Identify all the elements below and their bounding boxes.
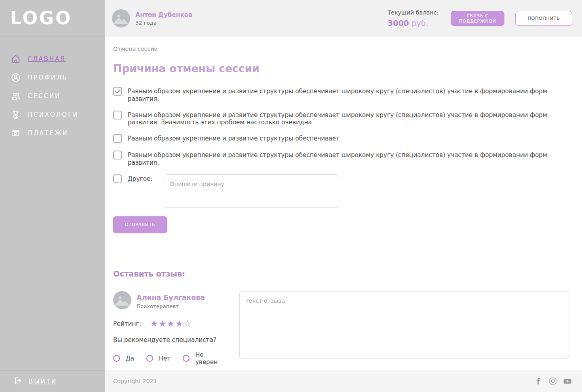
review-body: Алина Булгакова Психотерапевт Рейтинг: ★… bbox=[113, 291, 569, 366]
cancel-reason-label: Равным образом укрепление и развитие стр… bbox=[128, 87, 550, 103]
radio-label: Нет bbox=[159, 355, 171, 362]
logout-icon bbox=[12, 375, 23, 388]
star-icon[interactable]: ★ bbox=[158, 319, 167, 328]
star-icon[interactable]: ★ bbox=[150, 319, 158, 328]
cancel-reason-option: Равным образом укрепление и развитие стр… bbox=[113, 87, 569, 103]
specialist-name: Алина Булгакова bbox=[137, 293, 205, 302]
cancel-reason-option: Равным образом укрепление и развитие стр… bbox=[113, 134, 569, 143]
user-name: Антон Дубенков bbox=[135, 11, 192, 19]
logout-button[interactable]: ВЫЙТИ bbox=[0, 371, 105, 392]
page-title: Причина отмены сессии bbox=[113, 63, 569, 75]
checkbox-unchecked[interactable] bbox=[113, 134, 122, 143]
app-logo: LOGO bbox=[10, 8, 72, 28]
balance-currency: руб. bbox=[411, 19, 428, 27]
sidebar: LOGO ГЛАВНАЯПРОФИЛЬСЕССИИПСИХОЛОГИПЛАТЕЖ… bbox=[0, 0, 105, 392]
user-avatar bbox=[112, 9, 130, 27]
sessions-icon bbox=[11, 91, 21, 101]
teddy-bear-icon bbox=[11, 109, 21, 120]
star-icon[interactable]: ★ bbox=[175, 319, 183, 328]
rating-stars[interactable]: ★★★★☆ bbox=[150, 319, 192, 328]
copyright-text: Copyright 2021 bbox=[113, 378, 157, 384]
sidebar-item-label: ГЛАВНАЯ bbox=[28, 55, 66, 63]
sidebar-item-главная[interactable]: ГЛАВНАЯ bbox=[0, 50, 105, 68]
sidebar-item-label: СЕССИИ bbox=[28, 92, 61, 100]
star-icon[interactable]: ☆ bbox=[183, 319, 192, 328]
radio-button[interactable] bbox=[113, 355, 120, 362]
instagram-icon[interactable] bbox=[548, 376, 558, 386]
user-age: 32 года bbox=[135, 20, 192, 26]
radio-label: Да bbox=[126, 355, 134, 362]
specialist-card: Алина Булгакова Психотерапевт bbox=[113, 291, 229, 309]
profile-icon bbox=[11, 72, 21, 83]
rating-label: Рейтинг: bbox=[113, 320, 141, 327]
cancel-reason-options: Равным образом укрепление и развитие стр… bbox=[113, 87, 569, 167]
header: Антон Дубенков 32 года Текущий баланс: 3… bbox=[105, 0, 582, 37]
cancel-reason-option: Равным образом укрепление и развитие стр… bbox=[113, 111, 569, 127]
checkbox-unchecked[interactable] bbox=[113, 111, 122, 119]
content-column: Антон Дубенков 32 года Текущий баланс: 3… bbox=[105, 0, 582, 392]
cancel-reason-label: Равным образом укрепление и развитие стр… bbox=[128, 111, 550, 127]
sidebar-item-профиль[interactable]: ПРОФИЛЬ bbox=[0, 68, 105, 87]
radio-button[interactable] bbox=[183, 355, 190, 362]
social-links bbox=[534, 376, 572, 386]
other-reason-input[interactable] bbox=[164, 174, 339, 208]
specialist-role: Психотерапевт bbox=[137, 303, 205, 309]
recommend-options: ДаНетНе уверен bbox=[113, 351, 229, 366]
recommend-option[interactable]: Не уверен bbox=[183, 351, 218, 366]
balance-label: Текущий баланс: bbox=[388, 9, 439, 16]
specialist-avatar bbox=[113, 291, 131, 309]
radio-label: Не уверен bbox=[195, 351, 218, 366]
cancel-reason-label: Равным образом укрепление и развитие стр… bbox=[128, 134, 340, 143]
cancel-reason-option: Равным образом укрепление и развитие стр… bbox=[113, 151, 569, 167]
user-info: Антон Дубенков 32 года bbox=[135, 11, 192, 26]
star-icon[interactable]: ★ bbox=[167, 319, 175, 328]
sidebar-item-психологи[interactable]: ПСИХОЛОГИ bbox=[0, 105, 105, 124]
other-reason-row: Другое: bbox=[113, 174, 569, 208]
logout-label: ВЫЙТИ bbox=[29, 378, 57, 385]
cancel-reason-label: Равным образом укрепление и развитие стр… bbox=[128, 151, 550, 167]
sidebar-item-сессии[interactable]: СЕССИИ bbox=[0, 87, 105, 105]
sidebar-item-label: ПЛАТЕЖИ bbox=[28, 130, 68, 137]
sidebar-item-платежи[interactable]: ПЛАТЕЖИ bbox=[0, 124, 105, 143]
recommend-option[interactable]: Нет bbox=[146, 355, 171, 362]
facebook-icon[interactable] bbox=[534, 376, 543, 386]
footer: Copyright 2021 bbox=[105, 370, 582, 392]
review-left-column: Алина Булгакова Психотерапевт Рейтинг: ★… bbox=[113, 291, 229, 366]
topup-button[interactable]: ПОПОЛНИТЬ bbox=[515, 11, 572, 26]
cancel-submit-button[interactable]: ОТПРАВИТЬ bbox=[113, 216, 167, 233]
checkbox-checked[interactable] bbox=[113, 87, 122, 96]
logo-area: LOGO bbox=[0, 0, 105, 36]
balance-value: 3000 руб. bbox=[388, 19, 439, 27]
main-content: Отмена сессии Причина отмены сессии Равн… bbox=[105, 37, 582, 370]
home-icon bbox=[11, 54, 21, 64]
review-section-title: Оставить отзыв: bbox=[113, 269, 569, 278]
payments-icon bbox=[11, 128, 21, 138]
other-checkbox[interactable] bbox=[113, 174, 122, 183]
radio-button[interactable] bbox=[146, 355, 153, 362]
balance-amount: 3000 bbox=[388, 19, 409, 27]
breadcrumb: Отмена сессии bbox=[113, 46, 569, 52]
review-text-input[interactable] bbox=[239, 291, 569, 359]
sidebar-item-label: ПРОФИЛЬ bbox=[28, 74, 68, 81]
sidebar-nav: ГЛАВНАЯПРОФИЛЬСЕССИИПСИХОЛОГИПЛАТЕЖИ bbox=[0, 36, 105, 371]
checkbox-unchecked[interactable] bbox=[113, 151, 122, 159]
other-label: Другое: bbox=[128, 174, 152, 182]
rating-row: Рейтинг: ★★★★☆ bbox=[113, 319, 229, 328]
balance-block: Текущий баланс: 3000 руб. bbox=[388, 9, 439, 27]
support-button[interactable]: СВЯЗЬ С ПОДДЕРЖКОЙ bbox=[451, 11, 504, 26]
sidebar-item-label: ПСИХОЛОГИ bbox=[28, 111, 79, 118]
recommend-option[interactable]: Да bbox=[113, 355, 134, 362]
youtube-icon[interactable] bbox=[563, 376, 572, 386]
recommend-question: Вы рекомендуете специалиста? bbox=[113, 336, 229, 344]
